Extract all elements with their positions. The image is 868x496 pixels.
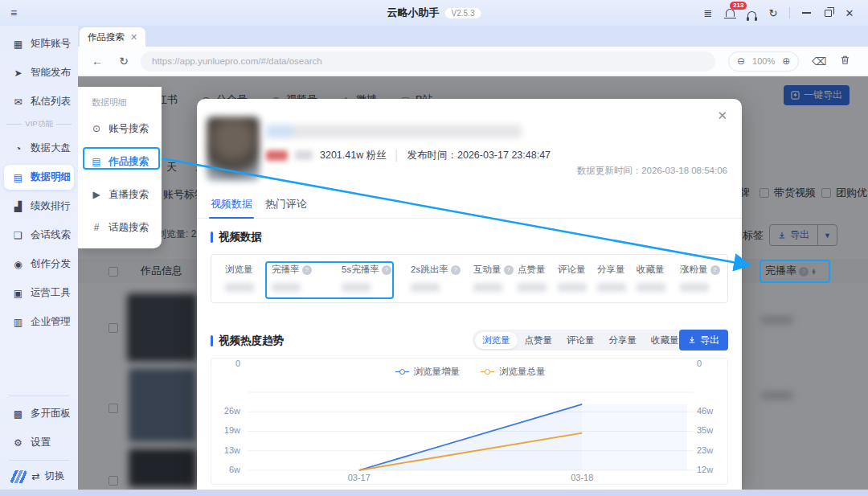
- blurred-stat-value: [473, 283, 502, 292]
- chat-icon: ❏: [12, 230, 24, 241]
- blurred-stat-value: [342, 283, 371, 292]
- notification-bell-icon[interactable]: 213: [723, 6, 737, 20]
- close-button[interactable]: ✕: [842, 6, 857, 20]
- modal-tabs: 视频数据热门评论: [197, 197, 742, 219]
- zoom-in-icon[interactable]: ⊕: [782, 55, 790, 67]
- info-icon[interactable]: ?: [382, 265, 391, 275]
- app-logo: [10, 470, 27, 483]
- blurred-stat-value: [637, 283, 665, 292]
- sidebar-item-creation-distribute[interactable]: ◉ 创作分发: [4, 252, 74, 277]
- zoom-level: 100%: [752, 56, 775, 66]
- info-icon[interactable]: ?: [504, 265, 514, 275]
- trend-export-button[interactable]: 导出: [679, 330, 728, 350]
- sidebar-item-smart-publish[interactable]: ➤ 智能发布: [4, 60, 74, 85]
- flyout-item-account-search[interactable]: ⊙ 账号搜索: [78, 117, 162, 141]
- stat-column: 点赞量: [518, 264, 547, 292]
- user-search-icon: ⊙: [91, 123, 102, 134]
- trend-tab-likes[interactable]: 点赞量: [518, 332, 560, 349]
- modal-tab-hot-comments[interactable]: 热门评论: [265, 197, 307, 211]
- blurred-stat-value: [272, 283, 301, 292]
- avatar: [207, 117, 260, 181]
- customer-service-icon[interactable]: [744, 6, 759, 20]
- flyout-item-works-search[interactable]: ▤ 作品搜索: [78, 150, 162, 174]
- blurred-badge: [266, 150, 288, 161]
- stat-column: 互动量?: [473, 264, 514, 292]
- trend-tab-views[interactable]: 浏览量: [475, 332, 518, 349]
- stat-column: 涨粉量?: [680, 264, 720, 292]
- sidebar-item-multi-panel[interactable]: ▩ 多开面板: [4, 401, 74, 426]
- info-icon[interactable]: ?: [451, 265, 461, 275]
- blurred-stat-value: [225, 283, 254, 292]
- sidebar-item-data-detail[interactable]: ▤ 数据明细: [4, 165, 74, 190]
- task-list-icon[interactable]: ≣: [701, 6, 715, 20]
- flyout-item-live-search[interactable]: ▶ 直播搜索: [78, 182, 162, 207]
- flyout-title: 数据明细: [78, 95, 162, 117]
- sidebar-item-matrix-accounts[interactable]: ▦ 矩阵账号: [4, 31, 74, 56]
- pie-chart-icon: ◔: [12, 143, 24, 154]
- reload-icon[interactable]: ↻: [117, 55, 131, 68]
- version-badge: V2.5.3: [445, 8, 481, 18]
- flyout-item-topic-search[interactable]: # 话题搜索: [78, 215, 162, 240]
- tab-close-icon[interactable]: ✕: [130, 32, 137, 43]
- blurred-stat-value: [411, 283, 440, 292]
- stat-column: 2s跳出率?: [411, 264, 461, 292]
- sidebar-item-operation-tools[interactable]: ▣ 运营工具: [4, 281, 74, 305]
- blurred-stat-value: [558, 283, 587, 292]
- message-icon: ✉: [12, 96, 24, 108]
- window-bottom-edge: [0, 490, 868, 496]
- video-stats-card: 浏览量 完播率? 5s完播率? 2s跳出率? 互动量? 点赞量: [211, 254, 728, 303]
- bar-chart-icon: ▟: [12, 201, 24, 212]
- refresh-icon[interactable]: ↻: [766, 6, 780, 20]
- modal-tab-video-data[interactable]: 视频数据: [211, 197, 252, 211]
- video-meta-row: 3201.41w 粉丝 │ 发布时间：2026-03-17 23:48:47: [266, 149, 551, 162]
- close-icon[interactable]: ✕: [717, 109, 727, 123]
- stat-column: 5s完播率?: [342, 264, 391, 292]
- blurred-label: [295, 150, 313, 160]
- trend-tab-shares[interactable]: 分享量: [602, 332, 645, 349]
- sidebar-item-settings[interactable]: ⚙ 设置: [4, 430, 74, 455]
- data-detail-icon: ▤: [12, 172, 24, 183]
- sidebar-item-performance-rank[interactable]: ▟ 绩效排行: [4, 194, 74, 219]
- switch-account-button[interactable]: ⇄ 切换: [4, 465, 74, 485]
- tools-icon: ▣: [12, 288, 24, 299]
- chart-plot: [211, 359, 729, 486]
- download-icon: [688, 336, 696, 344]
- data-detail-flyout: 数据明细 ⊙ 账号搜索 ▤ 作品搜索 ▶ 直播搜索 # 话题搜索: [78, 87, 162, 248]
- send-icon: ➤: [12, 68, 24, 79]
- maximize-button[interactable]: [821, 6, 835, 20]
- page-tab-works-search[interactable]: 作品搜索 ✕: [80, 27, 145, 47]
- blurred-stat-value: [680, 283, 709, 292]
- sidebar-item-conversation-leads[interactable]: ❏ 会话线索: [4, 223, 74, 248]
- minimize-button[interactable]: [799, 6, 813, 20]
- sidebar-item-private-messages[interactable]: ✉ 私信列表: [4, 89, 74, 114]
- app-window: 快手 ▤ 小红书 ◠ 公众号 ◉ 视频号 ◈ 微博 ▢ B站: [0, 0, 868, 496]
- browser-toolbar: ← ↻ https://app.yunluepro.com/#/data/ose…: [78, 47, 868, 76]
- blurred-stat-value: [518, 283, 547, 292]
- data-update-time: 数据更新时间：2026-03-18 08:54:06: [577, 165, 727, 177]
- sidebar-item-enterprise-manage[interactable]: ▥ 企业管理: [4, 309, 74, 334]
- trash-icon[interactable]: [840, 55, 850, 68]
- sidebar-item-data-dashboard[interactable]: ◔ 数据大盘: [4, 136, 74, 161]
- address-bar[interactable]: https://app.yunluepro.com/#/data/osearch: [141, 51, 715, 72]
- followers-count: 3201.41w 粉丝: [320, 149, 387, 162]
- info-icon[interactable]: ?: [302, 265, 312, 275]
- trend-chart: 浏览量增量 浏览量总量 26w19w13w6w0 46w35w23w12w0 0…: [211, 358, 728, 485]
- tab-strip: 作品搜索 ✕: [78, 26, 868, 47]
- gear-icon: ⚙: [12, 437, 24, 449]
- titlebar: ≡ 云略小助手 V2.5.3 ≣ 213 ↻ ✕: [0, 0, 868, 26]
- menu-icon[interactable]: ≡: [10, 6, 17, 19]
- blurred-stat-value: [597, 283, 626, 292]
- back-icon[interactable]: ←: [90, 55, 104, 68]
- stat-column: 分享量: [597, 264, 626, 292]
- blurred-video-title: [266, 125, 522, 138]
- stat-column: 评论量: [558, 264, 587, 292]
- stat-column: 收藏量: [637, 264, 665, 292]
- flyout-items: ⊙ 账号搜索 ▤ 作品搜索 ▶ 直播搜索 # 话题搜索: [78, 117, 162, 240]
- zoom-out-icon[interactable]: ⊖: [737, 55, 745, 67]
- info-icon[interactable]: ?: [710, 265, 720, 275]
- clear-cache-icon[interactable]: ⌫: [812, 55, 826, 68]
- works-search-icon: ▤: [91, 156, 102, 167]
- trend-tab-comments[interactable]: 评论量: [559, 332, 602, 349]
- stat-column: 完播率?: [272, 264, 312, 292]
- camera-icon: ◉: [12, 259, 24, 270]
